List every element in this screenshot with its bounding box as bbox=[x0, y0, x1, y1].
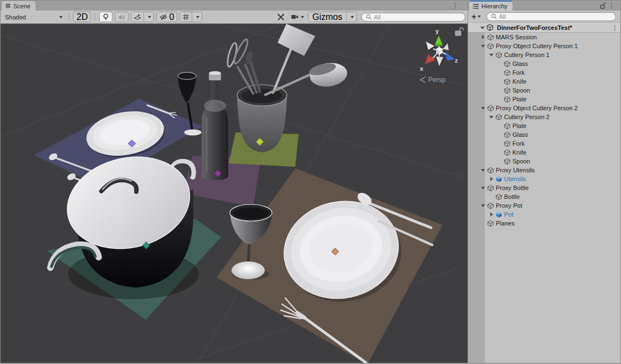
scene-3d-render: y x z Persp bbox=[1, 24, 468, 363]
gameobject-icon bbox=[504, 87, 511, 94]
hierarchy-tab-menu-icon[interactable]: ⋮ bbox=[606, 1, 617, 10]
camera-settings-dropdown[interactable] bbox=[289, 12, 306, 22]
hierarchy-item-glass[interactable]: Glass bbox=[468, 130, 620, 139]
hierarchy-item-proxy-object-cutlery-person-1[interactable]: Proxy Object Cutlery Person 1 bbox=[468, 42, 620, 50]
scene-root-menu-icon[interactable]: ⋮ bbox=[609, 23, 620, 32]
foldout-icon[interactable] bbox=[497, 77, 504, 86]
hierarchy-item-plate[interactable]: Plate bbox=[468, 121, 620, 130]
hierarchy-item-mars-session[interactable]: MARS Session bbox=[468, 33, 620, 42]
foldout-icon[interactable] bbox=[489, 210, 495, 219]
hierarchy-item-fork[interactable]: Fork bbox=[468, 68, 620, 77]
hierarchy-item-label: Pot bbox=[504, 210, 514, 219]
foldout-icon[interactable] bbox=[489, 50, 495, 59]
hierarchy-search-input[interactable] bbox=[499, 13, 612, 20]
hierarchy-item-spoon[interactable]: Spoon bbox=[468, 157, 620, 166]
foldout-icon[interactable] bbox=[480, 166, 487, 175]
gameobject-icon bbox=[495, 114, 502, 121]
foldout-icon[interactable] bbox=[497, 130, 504, 139]
unity-scene-icon bbox=[486, 24, 494, 31]
hierarchy-list-icon bbox=[473, 3, 479, 9]
chevron-down-icon[interactable] bbox=[478, 16, 481, 18]
hierarchy-item-proxy-utensils[interactable]: Proxy Utensils bbox=[468, 166, 620, 175]
foldout-icon[interactable] bbox=[497, 59, 504, 68]
hierarchy-item-label: Cutlery Person 2 bbox=[504, 112, 550, 121]
foldout-icon[interactable] bbox=[489, 175, 495, 183]
audio-toggle-button[interactable] bbox=[115, 12, 129, 22]
gameobject-icon bbox=[495, 193, 502, 201]
hierarchy-item-label: Plate bbox=[512, 121, 526, 130]
hierarchy-item-knife[interactable]: Knife bbox=[468, 77, 620, 86]
scene-search-field[interactable] bbox=[361, 13, 465, 22]
chevron-down-icon bbox=[148, 16, 151, 18]
lock-icon[interactable] bbox=[599, 2, 606, 9]
lighting-toggle-button[interactable] bbox=[99, 12, 112, 22]
add-gameobject-button[interactable]: + bbox=[471, 12, 476, 20]
scene-visibility-button[interactable]: 0 bbox=[156, 12, 177, 22]
foldout-icon[interactable] bbox=[480, 183, 487, 192]
hierarchy-item-label: Fork bbox=[512, 139, 525, 148]
tab-scene[interactable]: Scene bbox=[2, 1, 35, 11]
foldout-icon[interactable] bbox=[489, 192, 495, 201]
hierarchy-item-plate[interactable]: Plate bbox=[468, 95, 620, 104]
hierarchy-search-field[interactable] bbox=[486, 12, 616, 21]
grid-visibility-button[interactable] bbox=[180, 12, 192, 22]
hierarchy-item-spoon[interactable]: Spoon bbox=[468, 86, 620, 95]
tab-hierarchy[interactable]: Hierarchy bbox=[469, 1, 512, 11]
gameobject-icon bbox=[487, 34, 494, 41]
hierarchy-tabbar: Hierarchy ⋮ bbox=[468, 1, 620, 11]
effects-toggle-button[interactable] bbox=[131, 12, 143, 22]
hierarchy-item-proxy-object-cutlery-person-2[interactable]: Proxy Object Cutlery Person 2 bbox=[468, 104, 620, 112]
2d-toggle-button[interactable]: 2D bbox=[73, 12, 91, 22]
scene-viewport[interactable]: y x z Persp bbox=[1, 24, 468, 363]
scene-foldout-icon[interactable] bbox=[480, 23, 486, 32]
hierarchy-tab-label: Hierarchy bbox=[481, 3, 507, 9]
foldout-icon[interactable] bbox=[480, 33, 487, 42]
scene-tab-menu-icon[interactable]: ⋮ bbox=[450, 1, 461, 10]
unity-editor-window: Scene ⋮ Shaded 2D bbox=[0, 0, 621, 364]
component-tools-button[interactable] bbox=[275, 12, 287, 22]
hierarchy-tree: MARS Session Proxy Object Cutlery Person… bbox=[468, 33, 620, 363]
effects-dropdown-button[interactable] bbox=[143, 12, 153, 22]
hierarchy-item-bottle[interactable]: Bottle bbox=[468, 192, 620, 201]
scene-search-input[interactable] bbox=[374, 14, 461, 20]
persp-label: Persp bbox=[428, 76, 446, 84]
grid-dropdown-button[interactable] bbox=[192, 12, 202, 22]
foldout-icon[interactable] bbox=[497, 157, 504, 166]
hierarchy-item-pot[interactable]: Pot bbox=[468, 210, 620, 219]
eye-slash-icon bbox=[160, 14, 168, 20]
foldout-icon[interactable] bbox=[480, 219, 487, 228]
foldout-icon[interactable] bbox=[497, 95, 504, 104]
hierarchy-item-label: Proxy Object Cutlery Person 2 bbox=[496, 104, 578, 112]
grid-icon bbox=[182, 13, 189, 20]
foldout-icon[interactable] bbox=[497, 139, 504, 148]
hierarchy-item-proxy-bottle[interactable]: Proxy Bottle bbox=[468, 183, 620, 192]
foldout-icon[interactable] bbox=[497, 148, 504, 157]
gameobject-icon bbox=[504, 140, 511, 147]
scene-tabbar: Scene ⋮ bbox=[1, 1, 468, 11]
camera-icon bbox=[291, 14, 299, 20]
gizmos-dropdown-button[interactable] bbox=[346, 12, 356, 22]
hierarchy-item-knife[interactable]: Knife bbox=[468, 148, 620, 157]
foldout-icon[interactable] bbox=[480, 104, 487, 112]
hierarchy-item-fork[interactable]: Fork bbox=[468, 139, 620, 148]
hierarchy-item-label: Spoon bbox=[512, 157, 530, 166]
foldout-icon[interactable] bbox=[497, 86, 504, 95]
hierarchy-item-label: Spoon bbox=[512, 86, 530, 95]
draw-mode-dropdown[interactable]: Shaded bbox=[3, 12, 65, 22]
hierarchy-item-cutlery-person-2[interactable]: Cutlery Person 2 bbox=[468, 112, 620, 121]
gizmos-toggle[interactable]: Gizmos bbox=[309, 12, 346, 22]
hierarchy-item-utensils[interactable]: Utensils bbox=[468, 175, 620, 183]
hierarchy-item-cutlery-person-1[interactable]: Cutlery Person 1 bbox=[468, 50, 620, 59]
hierarchy-item-label: Bottle bbox=[504, 192, 520, 201]
foldout-icon[interactable] bbox=[480, 201, 487, 210]
scene-root-row[interactable]: DinnerForTwoForcesTest* ⋮ bbox=[468, 23, 620, 33]
hierarchy-item-glass[interactable]: Glass bbox=[468, 59, 620, 68]
gameobject-icon bbox=[487, 43, 494, 50]
foldout-icon[interactable] bbox=[497, 121, 504, 130]
foldout-icon[interactable] bbox=[497, 68, 504, 77]
hierarchy-item-planes[interactable]: Planes bbox=[468, 219, 620, 228]
light-bulb-icon bbox=[102, 13, 109, 20]
foldout-icon[interactable] bbox=[489, 112, 495, 121]
foldout-icon[interactable] bbox=[480, 42, 487, 50]
hierarchy-item-proxy-pot[interactable]: Proxy Pot bbox=[468, 201, 620, 210]
